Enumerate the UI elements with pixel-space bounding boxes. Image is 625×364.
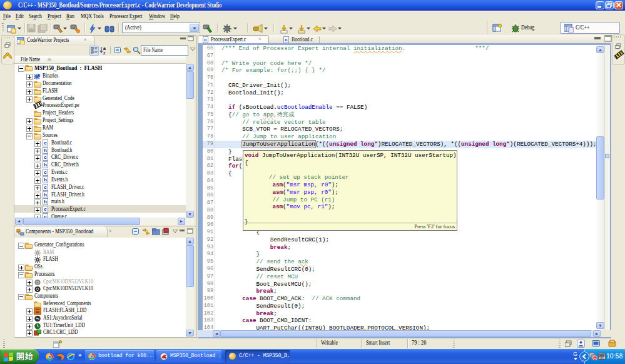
svg-text:VM: VM [599,356,604,360]
svg-text:z: z [103,51,106,54]
svg-text:a: a [103,46,106,51]
